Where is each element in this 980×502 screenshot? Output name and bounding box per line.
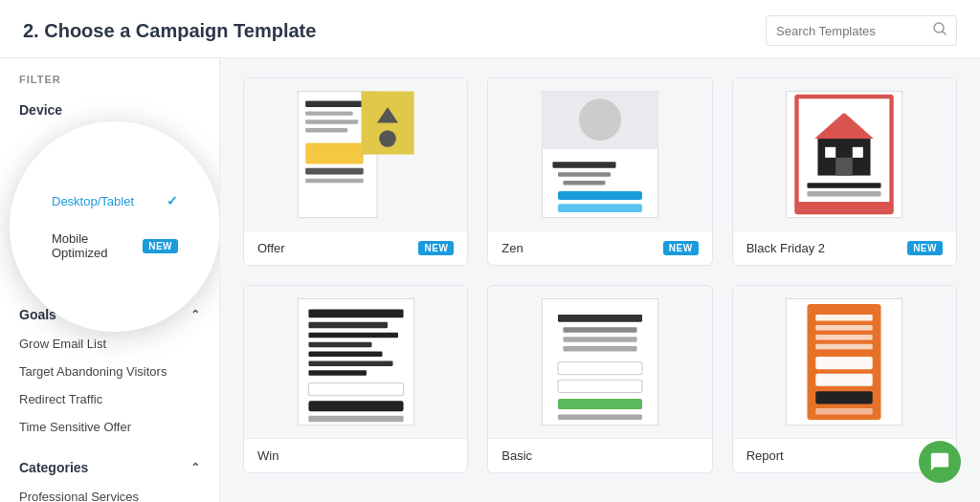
- svg-rect-50: [558, 399, 642, 409]
- template-card-offer[interactable]: Offer NEW: [243, 77, 468, 266]
- goals-chevron-icon: ⌃: [190, 308, 200, 321]
- svg-rect-54: [816, 315, 873, 321]
- svg-rect-44: [558, 315, 642, 322]
- svg-rect-17: [558, 172, 611, 176]
- svg-rect-25: [826, 147, 836, 158]
- svg-rect-9: [305, 179, 364, 183]
- template-footer-basic: Basic: [488, 439, 711, 472]
- svg-rect-58: [816, 357, 873, 369]
- search-icon: [933, 22, 947, 39]
- svg-rect-46: [563, 337, 636, 342]
- svg-rect-33: [308, 309, 403, 317]
- svg-rect-27: [836, 158, 854, 176]
- device-section: Device Desktop/Tablet ✓ Mobile Optimized…: [0, 93, 219, 125]
- template-footer-win: Win: [244, 439, 467, 472]
- svg-rect-8: [305, 168, 364, 175]
- svg-point-15: [579, 98, 621, 141]
- template-name-zen: Zen: [501, 241, 523, 255]
- svg-rect-60: [816, 391, 873, 404]
- device-dropdown: Desktop/Tablet ✓ Mobile Optimized NEW: [10, 121, 220, 332]
- svg-rect-48: [558, 362, 642, 375]
- template-grid: Offer NEW: [243, 77, 957, 473]
- template-thumb-win: [244, 286, 467, 439]
- template-footer-offer: Offer NEW: [244, 231, 467, 265]
- svg-rect-56: [816, 335, 873, 340]
- template-name-blackfriday2: Black Friday 2: [746, 241, 825, 255]
- template-badge-offer: NEW: [418, 241, 454, 255]
- template-grid-area: Offer NEW: [220, 58, 980, 502]
- template-card-report[interactable]: Report: [732, 285, 957, 473]
- device-option-mobile[interactable]: Mobile Optimized NEW: [38, 222, 191, 270]
- template-name-basic: Basic: [501, 448, 532, 463]
- svg-rect-38: [308, 360, 392, 366]
- device-option-desktop[interactable]: Desktop/Tablet ✓: [38, 184, 191, 218]
- categories-section-title[interactable]: Categories ⌃: [0, 450, 219, 483]
- sidebar-item-grow-email[interactable]: Grow Email List: [0, 330, 219, 358]
- svg-rect-29: [808, 191, 881, 197]
- template-footer-zen: Zen NEW: [488, 231, 711, 265]
- mobile-new-badge: NEW: [143, 239, 178, 253]
- chat-bubble[interactable]: [919, 441, 961, 483]
- svg-point-12: [379, 130, 396, 147]
- page-wrapper: 2. Choose a Campaign Template FILTER Dev…: [0, 0, 980, 502]
- svg-rect-4: [305, 111, 353, 115]
- svg-rect-49: [558, 380, 642, 392]
- main-content: FILTER Device Desktop/Tablet ✓ Mobile Op…: [0, 58, 980, 502]
- template-card-win[interactable]: Win: [243, 285, 468, 473]
- svg-rect-16: [552, 162, 615, 168]
- template-thumb-basic: [488, 286, 711, 439]
- sidebar-item-time-sensitive[interactable]: Time Sensitive Offer: [0, 413, 219, 441]
- template-name-win: Win: [257, 448, 278, 463]
- svg-rect-37: [308, 351, 382, 357]
- svg-rect-34: [308, 322, 388, 329]
- sidebar-item-redirect-traffic[interactable]: Redirect Traffic: [0, 385, 219, 413]
- search-input[interactable]: [776, 24, 927, 38]
- svg-rect-30: [797, 202, 892, 210]
- svg-rect-47: [563, 346, 636, 352]
- sidebar: FILTER Device Desktop/Tablet ✓ Mobile Op…: [0, 58, 220, 502]
- template-card-blackfriday2[interactable]: Black Friday 2 NEW: [732, 77, 957, 266]
- svg-rect-55: [816, 325, 873, 331]
- template-footer-blackfriday2: Black Friday 2 NEW: [733, 231, 956, 265]
- svg-rect-51: [558, 415, 642, 421]
- svg-rect-45: [563, 327, 636, 333]
- svg-rect-20: [558, 204, 642, 212]
- svg-rect-5: [305, 120, 358, 123]
- svg-rect-59: [816, 374, 873, 386]
- check-icon: ✓: [167, 193, 178, 208]
- page-title: 2. Choose a Campaign Template: [23, 20, 316, 42]
- svg-rect-7: [305, 142, 364, 164]
- device-section-title[interactable]: Device: [0, 93, 219, 125]
- template-thumb-report: [733, 286, 956, 439]
- sidebar-item-professional[interactable]: Professional Services: [0, 483, 219, 502]
- svg-rect-28: [808, 183, 881, 188]
- svg-point-31: [840, 105, 849, 114]
- search-box[interactable]: [766, 15, 957, 46]
- svg-rect-3: [305, 100, 364, 107]
- svg-rect-26: [853, 147, 863, 158]
- svg-rect-18: [563, 181, 605, 185]
- template-thumb-zen: [488, 78, 711, 231]
- svg-rect-40: [308, 383, 403, 396]
- svg-rect-19: [558, 191, 642, 200]
- svg-line-1: [943, 32, 946, 34]
- template-badge-blackfriday2: NEW: [907, 241, 943, 255]
- template-card-zen[interactable]: Zen NEW: [487, 77, 712, 266]
- svg-rect-57: [816, 344, 873, 350]
- svg-rect-42: [308, 416, 403, 423]
- svg-rect-6: [305, 128, 347, 132]
- template-thumb-blackfriday2: [733, 78, 956, 231]
- svg-rect-39: [308, 370, 367, 376]
- template-card-basic[interactable]: Basic: [487, 285, 712, 473]
- svg-rect-35: [308, 333, 398, 338]
- top-bar: 2. Choose a Campaign Template: [0, 0, 980, 58]
- svg-rect-61: [816, 408, 873, 415]
- svg-rect-41: [308, 401, 403, 411]
- sidebar-item-target-abandoning[interactable]: Target Abandoning Visitors: [0, 358, 219, 385]
- template-thumb-offer: [244, 78, 467, 231]
- template-name-report: Report: [746, 448, 784, 463]
- template-name-offer: Offer: [257, 241, 285, 255]
- categories-chevron-icon: ⌃: [190, 461, 200, 474]
- svg-rect-36: [308, 342, 371, 348]
- template-badge-zen: NEW: [663, 241, 699, 255]
